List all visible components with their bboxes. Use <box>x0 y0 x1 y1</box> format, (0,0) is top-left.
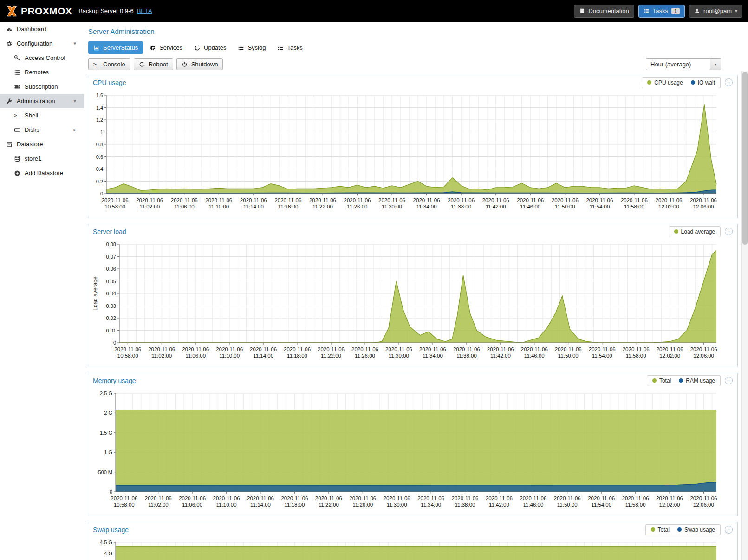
sidebar-item-datastore[interactable]: Datastore <box>0 137 84 151</box>
chevron-down-icon[interactable]: ▾ <box>710 59 721 70</box>
scrollbar-thumb[interactable] <box>742 72 748 245</box>
wrench-icon <box>5 98 13 105</box>
svg-text:12:02:00: 12:02:00 <box>658 204 679 209</box>
svg-text:2020-11-06: 2020-11-06 <box>385 346 412 352</box>
svg-text:2020-11-06: 2020-11-06 <box>349 495 376 501</box>
tasks-button[interactable]: Tasks 1 <box>638 5 685 18</box>
sidebar-item-store1[interactable]: store1 <box>0 151 84 166</box>
svg-text:2020-11-06: 2020-11-06 <box>655 197 682 203</box>
sidebar-item-remotes[interactable]: Remotes <box>0 65 84 79</box>
tab-syslog[interactable]: Syslog <box>233 41 271 54</box>
svg-text:2020-11-06: 2020-11-06 <box>182 346 209 352</box>
vertical-scrollbar[interactable] <box>741 71 748 560</box>
sidebar-item-dashboard[interactable]: Dashboard <box>0 22 84 36</box>
chevron-down-icon[interactable]: ▾ <box>73 98 76 104</box>
proxmox-logo: PROXMOX <box>6 6 72 17</box>
svg-text:11:50:00: 11:50:00 <box>557 502 578 508</box>
gauge-icon <box>5 26 13 33</box>
documentation-button[interactable]: Documentation <box>574 5 634 18</box>
beta-link[interactable]: BETA <box>137 7 152 14</box>
legend-item-load-average[interactable]: Load average <box>674 228 715 235</box>
sidebar-item-label: Configuration <box>17 40 52 47</box>
chart-legend: CPU usageIO wait <box>642 77 721 88</box>
svg-text:2020-11-06: 2020-11-06 <box>240 197 267 203</box>
svg-text:11:06:00: 11:06:00 <box>174 204 195 209</box>
tab-label: Services <box>159 44 182 51</box>
rows-icon <box>13 69 21 76</box>
svg-text:11:22:00: 11:22:00 <box>321 353 341 358</box>
svg-text:2020-11-06: 2020-11-06 <box>487 346 514 352</box>
console-button[interactable]: >_ Console <box>88 58 130 70</box>
tab-tasks[interactable]: Tasks <box>272 41 307 54</box>
chevron-down-icon[interactable]: ▾ <box>73 40 76 46</box>
legend-item-total[interactable]: Total <box>651 527 670 533</box>
svg-text:11:02:00: 11:02:00 <box>151 353 172 358</box>
svg-text:500 M: 500 M <box>98 469 112 475</box>
svg-text:2020-11-06: 2020-11-06 <box>521 346 548 352</box>
svg-text:2020-11-06: 2020-11-06 <box>622 495 649 501</box>
svg-text:0.07: 0.07 <box>106 254 116 260</box>
svg-text:0: 0 <box>110 489 112 495</box>
tab-updates[interactable]: Updates <box>189 41 231 54</box>
svg-text:11:58:00: 11:58:00 <box>626 353 646 358</box>
svg-text:2020-11-06: 2020-11-06 <box>284 346 311 352</box>
svg-text:2020-11-06: 2020-11-06 <box>419 346 446 352</box>
svg-text:2020-11-06: 2020-11-06 <box>656 495 683 501</box>
sidebar-item-configuration[interactable]: Configuration▾ <box>0 36 84 51</box>
legend-item-cpu-usage[interactable]: CPU usage <box>647 79 683 86</box>
panel-header: Memory usageTotalRAM usage− <box>88 373 737 388</box>
svg-text:2020-11-06: 2020-11-06 <box>517 197 544 203</box>
sidebar-item-administration[interactable]: Administration▾ <box>0 94 84 108</box>
svg-text:0.6: 0.6 <box>96 154 103 160</box>
svg-text:2020-11-06: 2020-11-06 <box>555 346 582 352</box>
sidebar-item-disks[interactable]: Disks▸ <box>0 123 84 137</box>
svg-text:2020-11-06: 2020-11-06 <box>274 197 301 203</box>
sidebar-item-access-control[interactable]: Access Control <box>0 51 84 65</box>
refresh-icon <box>194 45 201 51</box>
svg-text:11:18:00: 11:18:00 <box>278 204 298 209</box>
svg-text:11:22:00: 11:22:00 <box>319 502 339 508</box>
svg-text:2020-11-06: 2020-11-06 <box>554 495 581 501</box>
panel-title: Server load <box>93 228 126 235</box>
legend-item-io-wait[interactable]: IO wait <box>691 79 715 86</box>
legend-item-total[interactable]: Total <box>652 378 671 384</box>
svg-text:11:10:00: 11:10:00 <box>216 502 237 508</box>
tab-serverstatus[interactable]: ServerStatus <box>88 41 143 54</box>
sidebar-item-label: Add Datastore <box>25 169 63 176</box>
legend-dot-icon <box>691 80 695 85</box>
svg-text:11:14:00: 11:14:00 <box>250 502 271 508</box>
panel-swap-usage: Swap usageTotalSwap usage−0500 M1 G1.5 G… <box>88 522 738 560</box>
legend-item-ram-usage[interactable]: RAM usage <box>679 378 715 384</box>
user-menu-button[interactable]: root@pam ▾ <box>689 5 742 18</box>
collapse-panel-icon[interactable]: − <box>725 228 733 235</box>
hdd-icon <box>13 126 21 134</box>
svg-text:11:34:00: 11:34:00 <box>423 353 443 358</box>
chevron-right-icon[interactable]: ▸ <box>73 127 76 133</box>
legend-item-swap-usage[interactable]: Swap usage <box>677 527 715 533</box>
svg-text:2 G: 2 G <box>104 410 112 416</box>
collapse-panel-icon[interactable]: − <box>725 377 733 384</box>
tab-label: Tasks <box>287 44 302 51</box>
shutdown-button[interactable]: Shutdown <box>176 58 223 70</box>
sidebar-item-shell[interactable]: >_Shell <box>0 108 84 123</box>
svg-text:0.2: 0.2 <box>96 179 103 184</box>
svg-text:0.03: 0.03 <box>106 303 116 309</box>
sidebar-item-subscription[interactable]: Subscription <box>0 79 84 94</box>
box-icon <box>5 141 13 148</box>
charts-container: CPU usageCPU usageIO wait−00.20.40.60.81… <box>84 71 741 560</box>
timeframe-select[interactable]: Hour (average) ▾ <box>646 58 721 70</box>
sidebar-item-add-datastore[interactable]: Add Datastore <box>0 166 84 180</box>
svg-text:4 G: 4 G <box>104 551 112 556</box>
svg-text:2020-11-06: 2020-11-06 <box>486 495 513 501</box>
reboot-button[interactable]: Reboot <box>134 58 173 70</box>
collapse-panel-icon[interactable]: − <box>725 526 733 534</box>
svg-text:1 G: 1 G <box>104 449 112 455</box>
svg-text:2020-11-06: 2020-11-06 <box>690 346 717 352</box>
svg-text:2020-11-06: 2020-11-06 <box>452 495 479 501</box>
collapse-panel-icon[interactable]: − <box>725 78 733 86</box>
svg-text:10:58:00: 10:58:00 <box>104 204 125 209</box>
panel-cpu-usage: CPU usageCPU usageIO wait−00.20.40.60.81… <box>88 75 738 218</box>
svg-text:2020-11-06: 2020-11-06 <box>281 495 308 501</box>
tab-services[interactable]: Services <box>144 41 188 54</box>
legend-dot-icon <box>677 527 682 532</box>
